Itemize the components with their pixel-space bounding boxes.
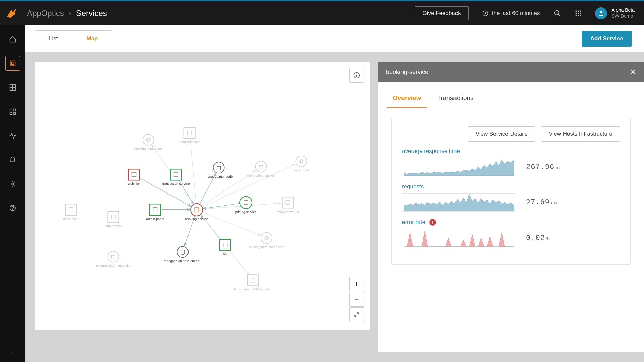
map-node-pricing-service[interactable]: pricing-service <box>235 197 257 214</box>
tab-transactions[interactable]: Transactions <box>436 91 475 108</box>
user-name: Alpha Beta <box>612 7 635 13</box>
svg-rect-15 <box>13 85 15 87</box>
svg-rect-20 <box>10 112 12 114</box>
svg-rect-54 <box>220 239 231 250</box>
search-icon[interactable] <box>553 9 561 17</box>
view-toggle: List Map <box>35 30 112 47</box>
nav-services-icon[interactable] <box>5 56 20 71</box>
service-map[interactable]: web-tiertransaction-serviceadmin-panelbo… <box>35 62 370 330</box>
svg-line-32 <box>190 140 196 203</box>
svg-point-24 <box>12 210 13 210</box>
svg-rect-45 <box>150 204 161 215</box>
view-list-tab[interactable]: List <box>35 31 72 47</box>
nav-dashboard-icon[interactable] <box>5 104 20 119</box>
svg-text:booking.neta-suites: booking.neta-suites <box>134 147 163 150</box>
timerange-label: the last 60 minutes <box>492 10 540 17</box>
svg-text:mongodb:unknown: mongodb:unknown <box>247 174 275 177</box>
metric-avg-response-value: 267.96 <box>526 163 554 171</box>
metric-requests-label: requests <box>402 183 620 190</box>
svg-line-37 <box>203 212 260 235</box>
map-node-analysis-worker[interactable]: analysis-worker <box>276 197 299 213</box>
svg-point-1 <box>554 10 559 15</box>
alert-icon: ! <box>429 219 436 226</box>
map-node-mongodb-unknown[interactable]: mongodb:unknown <box>247 161 275 177</box>
sparkline-avg-response <box>402 158 516 176</box>
nav-settings-icon[interactable] <box>5 177 20 191</box>
svg-text:booking-service: booking-service <box>185 217 208 221</box>
map-info-icon[interactable] <box>349 68 364 83</box>
svg-rect-39 <box>128 169 140 180</box>
svg-point-48 <box>191 204 203 216</box>
close-icon[interactable]: ✕ <box>630 68 636 76</box>
map-zoom-in-button[interactable]: + <box>349 277 364 291</box>
map-fit-button[interactable] <box>349 307 364 322</box>
svg-rect-18 <box>10 109 12 111</box>
map-node-lab-aus[interactable]: lab-aus-sam-04-2-micro... <box>234 275 271 291</box>
view-service-details-button[interactable]: View Service Details <box>468 126 535 142</box>
details-tabs: Overview Transactions <box>391 91 631 108</box>
map-node-transaction-service[interactable]: transaction-service <box>162 169 190 185</box>
nav-help-icon[interactable] <box>5 201 20 216</box>
map-node-search-service[interactable]: search-service <box>179 128 200 144</box>
svg-rect-81 <box>108 211 119 222</box>
svg-rect-61 <box>184 128 195 139</box>
svg-point-22 <box>12 183 14 185</box>
timerange-picker[interactable]: the last 60 minutes <box>482 10 540 17</box>
tab-overview[interactable]: Overview <box>391 91 423 108</box>
svg-text:pricing-service: pricing-service <box>235 210 257 214</box>
avatar[interactable] <box>595 7 607 19</box>
left-nav: › <box>0 25 25 362</box>
map-zoom-out-button[interactable]: − <box>349 292 364 307</box>
svg-text:mongodb:mongodb: mongodb:mongodb <box>205 175 233 178</box>
svg-rect-17 <box>13 88 15 90</box>
map-node-ao-demo-1[interactable]: ao-demo-1 <box>63 204 79 220</box>
map-node-web-tier[interactable]: web-tier <box>128 169 140 185</box>
svg-text:analysis-worker: analysis-worker <box>276 210 299 214</box>
nav-grid-icon[interactable] <box>5 80 20 95</box>
svg-point-73 <box>261 232 272 243</box>
svg-rect-16 <box>10 88 12 90</box>
svg-text:www.hotel: www.hotel <box>293 168 309 172</box>
give-feedback-button[interactable]: Give Feedback <box>415 6 468 20</box>
page-title: Services <box>76 9 107 18</box>
map-node-www-hotel[interactable]: www.hotel <box>293 156 309 172</box>
svg-rect-5 <box>575 13 576 14</box>
metric-error-rate-label: error rate <box>402 219 425 226</box>
svg-point-84 <box>108 251 119 262</box>
svg-rect-4 <box>580 10 581 11</box>
breadcrumb-root[interactable]: AppOptics <box>27 9 64 18</box>
svg-text:lab-aus-sam-04-2-micro...: lab-aus-sam-04-2-micro... <box>234 287 271 291</box>
svg-text:search-service: search-service <box>179 140 200 144</box>
svg-point-11 <box>600 11 602 13</box>
svg-text:api: api <box>223 252 227 256</box>
view-hosts-button[interactable]: View Hosts Infrastructure <box>541 126 620 142</box>
map-node-booking-neta-suites[interactable]: booking.neta-suites <box>134 134 163 150</box>
svg-text:web-tier: web-tier <box>128 182 140 185</box>
svg-rect-78 <box>66 204 77 215</box>
svg-rect-19 <box>13 109 15 111</box>
map-node-auth-service[interactable]: auth-service <box>104 211 122 227</box>
nav-alerts-icon[interactable] <box>5 153 20 167</box>
map-node-api[interactable]: api <box>220 239 231 255</box>
apps-grid-icon[interactable] <box>574 9 582 17</box>
view-map-tab[interactable]: Map <box>72 31 112 47</box>
map-node-postgresql[interactable]: postgresql:db.neta-sui... <box>96 251 131 267</box>
map-node-mongodb-mongodb[interactable]: mongodb:mongodb <box>205 162 233 178</box>
details-header: booking-service ✕ <box>378 62 644 82</box>
svg-rect-2 <box>575 10 576 11</box>
add-service-button[interactable]: Add Service <box>582 31 632 47</box>
user-org: SW Demo <box>612 13 635 19</box>
sparkline-requests <box>402 193 516 212</box>
nav-activity-icon[interactable] <box>5 128 20 143</box>
user-menu[interactable]: Alpha Beta SW Demo <box>612 7 635 19</box>
nav-home-icon[interactable] <box>5 32 20 47</box>
map-node-booking-neta-com[interactable]: booking.neta-suites.com <box>249 232 284 248</box>
svg-point-64 <box>143 134 154 145</box>
map-node-mongodb-neta[interactable]: mongodb:db.neta-suites... <box>164 246 202 262</box>
svg-rect-6 <box>578 13 579 14</box>
nav-collapse-icon[interactable]: › <box>12 349 13 355</box>
svg-point-59 <box>177 246 188 257</box>
map-node-admin-panel[interactable]: admin-panel <box>146 204 164 220</box>
metric-requests-value: 27.69 <box>526 198 550 207</box>
sparkline-error-rate <box>402 229 516 247</box>
